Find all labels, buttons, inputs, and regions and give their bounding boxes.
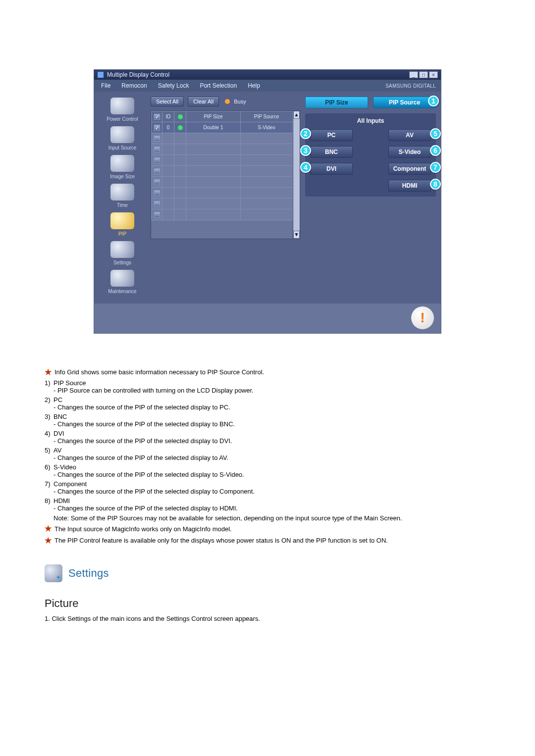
star-note-2: The Input source of MagicInfo works only… <box>54 525 232 534</box>
col-pip-size: PIP Size <box>186 111 241 122</box>
list-item: 8)HDMI - Changes the source of the PIP o… <box>45 497 490 512</box>
note-text: Note: Some of the PIP Sources may not be… <box>45 514 490 523</box>
grid-scrollbar[interactable]: ▲ ▼ <box>293 111 300 239</box>
callout-2: 2 <box>300 128 311 139</box>
grid-toolbar: Select All Clear All Busy <box>151 97 300 106</box>
table-row[interactable] <box>152 209 293 220</box>
tab-pip-source[interactable]: PIP Source <box>373 97 436 108</box>
note-line: ★ The Input source of MagicInfo works on… <box>45 525 490 534</box>
app-footer: ! <box>94 303 441 333</box>
input-source-icon <box>110 126 134 143</box>
table-row[interactable] <box>152 177 293 188</box>
col-status <box>174 111 186 122</box>
callout-1: 1 <box>428 96 439 106</box>
tab-pip-size[interactable]: PIP Size <box>305 97 368 108</box>
menu-bar: File Remocon Safety Lock Port Selection … <box>94 80 441 92</box>
sidebar-label: Maintenance <box>101 289 144 295</box>
row-checkbox[interactable] <box>154 190 160 196</box>
sidebar-item-maintenance[interactable]: Maintenance <box>101 269 144 295</box>
power-icon <box>110 98 134 114</box>
scroll-down-icon[interactable]: ▼ <box>293 231 300 239</box>
star-icon: ★ <box>45 368 52 376</box>
menu-file[interactable]: File <box>96 81 115 91</box>
settings-heading: Settings <box>68 567 109 580</box>
center-pane: Select All Clear All Busy ID PIP Size PI… <box>151 97 300 298</box>
title-bar: Multiple Display Control _ □ × <box>94 70 441 80</box>
menu-safety-lock[interactable]: Safety Lock <box>153 81 194 91</box>
sidebar-label: PIP <box>101 231 144 237</box>
sidebar-item-image-size[interactable]: Image Size <box>101 154 144 180</box>
star-icon: ★ <box>45 537 52 545</box>
table-row[interactable] <box>152 155 293 166</box>
numbered-list: 1)PIP Source - PIP Source can be control… <box>45 379 490 512</box>
app-icon <box>97 71 104 78</box>
picture-heading: Picture <box>45 597 490 610</box>
settings-icon <box>110 241 134 258</box>
option-av[interactable]: AV <box>388 129 431 141</box>
cell-pip-source: S-Video <box>241 122 293 133</box>
row-checkbox[interactable] <box>154 157 160 163</box>
callout-8: 8 <box>430 179 441 190</box>
menu-help[interactable]: Help <box>243 81 265 91</box>
option-pc[interactable]: PC <box>310 129 353 141</box>
clear-all-button[interactable]: Clear All <box>188 97 219 106</box>
maximize-button[interactable]: □ <box>419 71 428 78</box>
sidebar-item-input-source[interactable]: Input Source <box>101 125 144 151</box>
minimize-button[interactable]: _ <box>409 71 418 78</box>
close-button[interactable]: × <box>429 71 438 78</box>
col-id: ID <box>162 111 174 122</box>
document-body: ★ Info Grid shows some basic information… <box>45 368 490 622</box>
sidebar-label: Power Control <box>101 116 144 122</box>
note-line: ★ The PIP Control feature is available o… <box>45 537 490 545</box>
option-svideo[interactable]: S-Video <box>388 146 431 158</box>
row-checkbox[interactable] <box>154 168 160 174</box>
table-row[interactable] <box>152 166 293 177</box>
sidebar-label: Input Source <box>101 145 144 151</box>
table-row[interactable] <box>152 144 293 155</box>
busy-indicator-icon <box>225 99 230 104</box>
table-row[interactable] <box>152 133 293 144</box>
row-checkbox[interactable] <box>154 136 160 142</box>
callout-6: 6 <box>430 145 441 156</box>
menu-remocon[interactable]: Remocon <box>116 81 152 91</box>
sidebar-item-settings[interactable]: Settings <box>101 240 144 266</box>
settings-heading-icon <box>45 564 62 582</box>
menu-port-selection[interactable]: Port Selection <box>195 81 242 91</box>
option-hdmi[interactable]: HDMI <box>388 180 431 192</box>
table-row[interactable] <box>152 199 293 209</box>
panel-title: All Inputs <box>310 117 431 124</box>
sidebar-item-time[interactable]: Time <box>101 183 144 208</box>
list-item: 6)S-Video - Changes the source of the PI… <box>45 463 490 478</box>
image-size-icon <box>110 155 134 172</box>
picture-step: 1. Click Settings of the main icons and … <box>45 615 490 622</box>
sidebar-label: Settings <box>101 260 144 266</box>
option-dvi[interactable]: DVI <box>310 163 353 175</box>
row-checkbox[interactable] <box>154 125 160 131</box>
select-all-button[interactable]: Select All <box>151 97 184 106</box>
sidebar-item-pip[interactable]: PIP <box>101 211 144 237</box>
row-checkbox[interactable] <box>154 212 160 218</box>
scroll-up-icon[interactable]: ▲ <box>293 111 300 119</box>
row-checkbox[interactable] <box>154 201 160 207</box>
row-checkbox[interactable] <box>154 147 160 152</box>
window-controls: _ □ × <box>409 71 438 78</box>
table-row[interactable]: 0 Double 1 S-Video <box>152 122 293 133</box>
table-row[interactable] <box>152 188 293 199</box>
list-item: 4)DVI - Changes the source of the PIP of… <box>45 430 490 445</box>
col-checkbox[interactable] <box>152 111 162 122</box>
option-component[interactable]: Component <box>388 163 431 175</box>
list-item: 7)Component - Changes the source of the … <box>45 480 490 495</box>
callout-5: 5 <box>430 128 441 139</box>
select-all-checkbox[interactable] <box>154 114 160 120</box>
list-item: 3)BNC - Changes the source of the PIP of… <box>45 413 490 428</box>
status-led-icon <box>178 114 183 119</box>
settings-heading-block: Settings <box>45 564 490 582</box>
option-bnc[interactable]: BNC <box>310 146 353 158</box>
intro-text: Info Grid shows some basic information n… <box>54 368 264 376</box>
star-icon: ★ <box>45 525 52 533</box>
sidebar: Power Control Input Source Image Size Ti… <box>99 97 146 298</box>
sidebar-item-power-control[interactable]: Power Control <box>101 97 144 122</box>
row-checkbox[interactable] <box>154 179 160 185</box>
pip-source-options: PC AV BNC S-Video DVI Component HDMI <box>310 129 431 192</box>
window-title: Multiple Display Control <box>107 70 169 80</box>
